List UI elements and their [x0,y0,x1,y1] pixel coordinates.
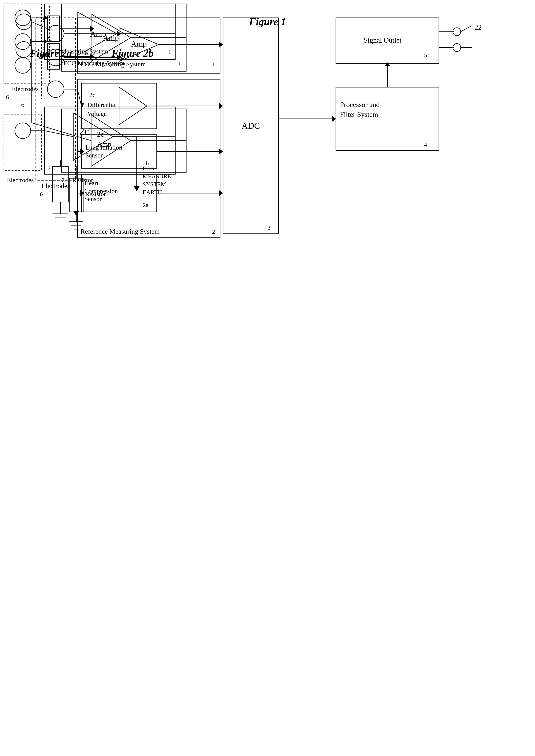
svg-marker-13 [219,42,223,47]
ecg-system-number: 1 [212,61,215,68]
svg-marker-36 [332,116,336,122]
processor-label: Processor and [340,100,380,108]
processor-number: 4 [424,141,427,148]
svg-marker-31 [219,149,223,154]
svg-marker-87 [90,53,94,59]
signal-outlet-number: 5 [424,52,427,59]
svg-marker-33 [219,190,223,196]
svg-marker-29 [219,103,223,109]
fig2b-elec-number: 6 [6,94,9,100]
fig2b-r9: 9 [42,44,45,51]
fig2b-amp-label: Amp [103,34,119,42]
processor-label2: Filter System [340,111,378,119]
ref-system-number: 2 [212,228,215,235]
svg-point-76 [16,14,32,30]
figure2b-svg: Electrodes 6 8 9 Amp ECG Measuring Syste… [0,0,208,238]
svg-point-42 [453,28,461,36]
signal-outlet-label: Signal Outlet [364,36,402,44]
fig2b-elec-label: Electrodes [12,85,39,93]
fig2b-r8: 8 [42,16,45,23]
svg-point-44 [453,43,461,51]
figure2b-item: Electrodes 6 8 9 Amp ECG Measuring Syste… [112,43,154,59]
fig2b-resistor-number: 7 [61,177,64,183]
fig2b-2c-label: 2c [97,130,104,138]
svg-rect-91 [69,178,83,212]
svg-line-45 [461,26,472,32]
adc-label: ADC [241,121,260,131]
svg-marker-84 [90,26,94,32]
fig2b-resistor-label: Resistor [85,190,106,197]
svg-marker-39 [384,62,390,66]
svg-rect-37 [336,87,439,151]
svg-point-77 [16,42,32,57]
adc-number: 3 [268,224,270,231]
fig2b-ecg-number: 1 [178,60,181,67]
svg-rect-75 [4,4,49,83]
output-number: 22 [475,23,482,31]
fig2b-ecg-label: ECG Measuring System [63,60,125,67]
page-container: Electrodes 6 ECG Measuring System 1 Amp [16,12,519,59]
fig2b-amp2c-label: Amp [97,140,111,148]
svg-marker-100 [73,211,79,216]
